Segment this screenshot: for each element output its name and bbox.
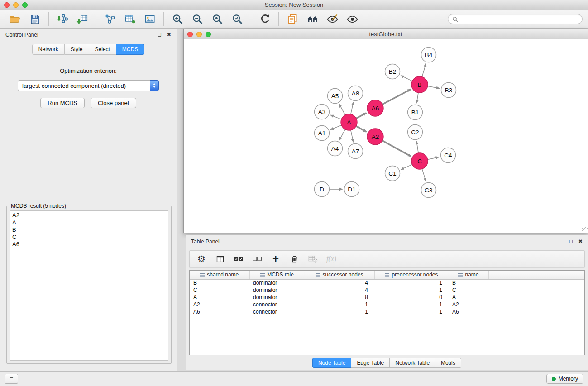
network-window-titlebar[interactable]: testGlobe.txt: [184, 29, 588, 39]
node-A8[interactable]: A8: [348, 86, 363, 101]
import-network-button[interactable]: [53, 11, 72, 27]
mcds-result-item[interactable]: B: [12, 226, 166, 234]
node-A6[interactable]: A6: [367, 100, 383, 116]
node-A2[interactable]: A2: [367, 129, 383, 145]
column-header-MCDS-role[interactable]: MCDS role: [249, 271, 305, 279]
control-panel-tab-network[interactable]: Network: [32, 44, 65, 55]
maximize-network-window-button[interactable]: [206, 32, 211, 37]
search-input[interactable]: [460, 16, 578, 22]
close-panel-button[interactable]: Close panel: [91, 98, 136, 108]
table-settings-button[interactable]: ⚙: [195, 253, 208, 265]
table-tab-node-table[interactable]: Node Table: [312, 358, 352, 368]
memory-button[interactable]: Memory: [546, 374, 583, 384]
edge-A-A5[interactable]: [339, 104, 345, 115]
node-B3[interactable]: B3: [441, 83, 456, 98]
table-tab-network-table[interactable]: Network Table: [389, 358, 435, 368]
close-window-button[interactable]: [4, 2, 10, 8]
edge-A6-B[interactable]: [382, 89, 411, 104]
close-table-panel-icon[interactable]: ✖: [578, 239, 583, 244]
edge-B-B1[interactable]: [416, 93, 418, 103]
node-C4[interactable]: C4: [441, 148, 456, 163]
node-A5[interactable]: A5: [328, 89, 343, 104]
edge-A-A6[interactable]: [356, 113, 367, 118]
network-from-table-button[interactable]: [120, 11, 139, 27]
edge-C-C3[interactable]: [422, 169, 426, 181]
edge-A-A8[interactable]: [351, 102, 354, 114]
show-panels-button[interactable]: ≡: [5, 374, 18, 384]
duplicate-view-button[interactable]: [283, 11, 302, 27]
node-C3[interactable]: C3: [421, 183, 436, 198]
edge-C-C4[interactable]: [428, 157, 439, 159]
add-column-button[interactable]: +: [269, 253, 282, 265]
network-canvas[interactable]: B4B2BB3A8A5A6A3B1AC2A1A2A4A7C4CC1C3DD1: [184, 39, 588, 233]
zoom-selected-button[interactable]: [228, 11, 247, 27]
close-control-panel-icon[interactable]: ✖: [167, 32, 171, 37]
zoom-out-button[interactable]: [188, 11, 207, 27]
edge-A-A4[interactable]: [339, 129, 345, 140]
maximize-window-button[interactable]: [22, 2, 28, 8]
column-header-predecessor-nodes[interactable]: predecessor nodes: [374, 271, 449, 279]
table-row[interactable]: Cdominator41C: [190, 286, 584, 294]
deselect-all-rows-button[interactable]: [251, 253, 263, 265]
table-row[interactable]: A2connector11A2: [190, 301, 584, 308]
mcds-result-item[interactable]: C: [12, 234, 166, 241]
show-graphics-button[interactable]: [343, 11, 362, 27]
edge-A2-C[interactable]: [382, 141, 411, 157]
node-A3[interactable]: A3: [315, 105, 330, 119]
mcds-result-item[interactable]: A2: [12, 212, 166, 219]
apply-layout-button[interactable]: [255, 11, 274, 27]
edge-B-B2[interactable]: [401, 76, 412, 81]
edge-C-C2[interactable]: [416, 141, 418, 153]
window-resize-grip[interactable]: [582, 227, 588, 233]
column-visibility-button[interactable]: [214, 253, 226, 265]
annotation-mode-button[interactable]: [323, 11, 342, 27]
node-A7[interactable]: A7: [348, 144, 363, 159]
control-panel-tab-mcds[interactable]: MCDS: [116, 44, 144, 55]
edge-A-A3[interactable]: [330, 115, 341, 119]
table-tab-motifs[interactable]: Motifs: [435, 358, 461, 368]
node-A4[interactable]: A4: [328, 141, 343, 156]
node-B[interactable]: B: [411, 76, 428, 93]
select-all-rows-button[interactable]: [232, 253, 245, 265]
edge-C-C1[interactable]: [401, 164, 412, 169]
save-session-button[interactable]: [25, 11, 44, 27]
control-panel-tab-select[interactable]: Select: [89, 44, 116, 55]
clone-network-button[interactable]: [100, 11, 120, 27]
edge-B-B3[interactable]: [428, 86, 440, 88]
edge-A-A2[interactable]: [356, 126, 367, 132]
float-control-panel-icon[interactable]: ◻: [158, 32, 162, 37]
node-D1[interactable]: D1: [344, 182, 359, 197]
mcds-result-list[interactable]: A2ABCA6: [10, 210, 168, 361]
float-table-panel-icon[interactable]: ◻: [569, 239, 573, 244]
open-session-button[interactable]: [5, 11, 24, 27]
table-tab-edge-table[interactable]: Edge Table: [351, 358, 390, 368]
zoom-fit-button[interactable]: [208, 11, 227, 27]
node-B2[interactable]: B2: [385, 64, 400, 79]
node-A1[interactable]: A1: [315, 126, 330, 141]
edge-A-A1[interactable]: [330, 125, 341, 130]
node-C2[interactable]: C2: [408, 125, 423, 140]
edge-A-A7[interactable]: [351, 130, 354, 142]
home-button[interactable]: [303, 11, 322, 27]
criterion-dropdown[interactable]: largest connected component (directed): [18, 80, 159, 91]
minimize-network-window-button[interactable]: [196, 32, 202, 37]
control-panel-tab-style[interactable]: Style: [65, 44, 89, 55]
node-A[interactable]: A: [341, 114, 357, 130]
table-row[interactable]: Adominator80A: [190, 294, 584, 301]
node-B1[interactable]: B1: [408, 105, 423, 120]
close-network-window-button[interactable]: [187, 32, 193, 37]
node-B4[interactable]: B4: [421, 48, 436, 62]
mcds-result-item[interactable]: A: [12, 219, 166, 226]
import-table-button[interactable]: [73, 11, 92, 27]
column-header-shared-name[interactable]: shared name: [190, 271, 249, 279]
minimize-window-button[interactable]: [13, 2, 19, 8]
edge-B-B4[interactable]: [422, 64, 426, 77]
column-header-successor-nodes[interactable]: successor nodes: [305, 271, 374, 279]
table-row[interactable]: A6connector11A6: [190, 308, 584, 315]
node-D[interactable]: D: [315, 182, 330, 197]
run-mcds-button[interactable]: Run MCDS: [40, 98, 85, 108]
mcds-result-item[interactable]: A6: [12, 241, 166, 248]
table-row[interactable]: Bdominator41B: [190, 279, 584, 286]
zoom-in-button[interactable]: [168, 11, 187, 27]
node-C[interactable]: C: [411, 153, 428, 169]
